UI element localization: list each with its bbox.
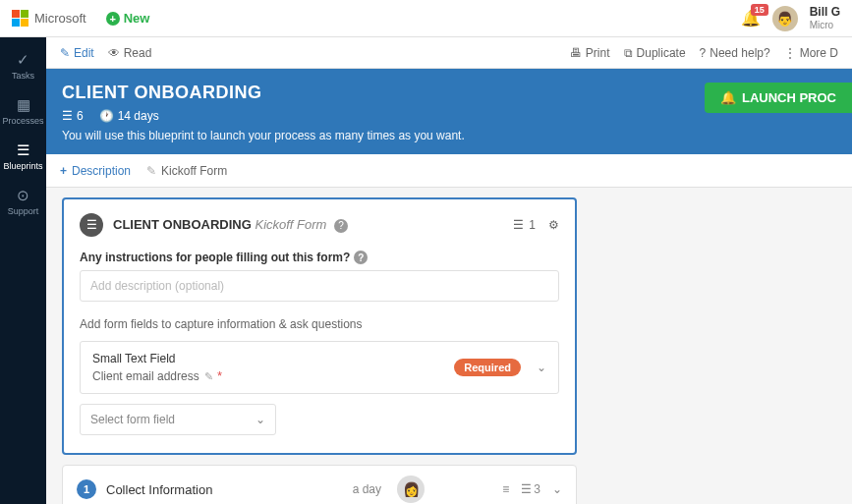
kickoff-form-card: ☰ CLIENT ONBOARDING Kickoff Form ? ☰ 1 ⚙: [62, 197, 577, 455]
new-label: New: [124, 11, 150, 26]
help-icon[interactable]: ?: [334, 219, 348, 233]
duration: 🕐 14 days: [99, 109, 159, 123]
edit-button[interactable]: ✎ Edit: [60, 46, 94, 60]
pencil-icon: ✎: [146, 164, 156, 178]
step-number: 1: [77, 479, 96, 499]
list-icon: ☰: [521, 482, 532, 496]
microsoft-icon: [12, 10, 28, 27]
clock-icon: 🕐: [99, 109, 114, 123]
select-form-field[interactable]: Select form field ⌄: [80, 404, 276, 435]
list-icon: ☰: [62, 109, 73, 123]
settings-icon[interactable]: ⚙: [548, 218, 559, 232]
tab-description[interactable]: + Description: [60, 156, 131, 186]
action-bar: ✎ Edit 👁 Read 🖶 Print ⧉ Duplicate: [46, 37, 852, 69]
top-bar: Microsoft + New 🔔 15 👨 Bill G Micro: [0, 0, 852, 37]
fields-section-label: Add form fields to capture information &…: [80, 317, 559, 331]
sidebar-item-blueprints[interactable]: ☰ Blueprints: [0, 134, 46, 179]
tabs-bar: + Description ✎ Kickoff Form: [46, 154, 852, 188]
chevron-down-icon[interactable]: ⌄: [537, 361, 546, 374]
user-info[interactable]: Bill G Micro: [810, 6, 840, 29]
required-star: *: [217, 368, 222, 383]
help-button[interactable]: ? Need help?: [700, 46, 770, 60]
required-badge: Required: [454, 359, 521, 376]
grid-icon: ▦: [17, 96, 30, 114]
sidebar-label: Blueprints: [3, 161, 42, 171]
sidebar-label: Processes: [2, 116, 43, 126]
list-icon: ☰: [17, 141, 29, 159]
notification-badge: 15: [751, 4, 768, 16]
user-org: Micro: [810, 20, 840, 30]
tab-kickoff[interactable]: ✎ Kickoff Form: [146, 156, 227, 186]
user-avatar[interactable]: 👨: [772, 6, 798, 31]
chevron-down-icon: ⌄: [256, 413, 265, 426]
sidebar-item-support[interactable]: ⊙ Support: [0, 179, 46, 224]
instructions-label: Any instructions for people filling out …: [80, 251, 559, 264]
pencil-icon[interactable]: ✎: [204, 370, 213, 382]
form-field-item[interactable]: Small Text Field Client email address ✎ …: [80, 341, 559, 394]
list-count: ☰ 3: [521, 482, 540, 496]
print-icon: 🖶: [570, 46, 582, 60]
support-icon: ⊙: [17, 187, 29, 204]
content-scroll: ☰ CLIENT ONBOARDING Kickoff Form ? ☰ 1 ⚙: [46, 188, 852, 504]
print-button[interactable]: 🖶 Print: [570, 46, 610, 60]
align-icon[interactable]: ≡: [502, 482, 509, 496]
launch-button[interactable]: 🔔 LAUNCH PROC: [705, 83, 852, 113]
chevron-down-icon[interactable]: ⌄: [552, 482, 562, 496]
blueprint-header: CLIENT ONBOARDING ☰ 6 🕐 14 days You will…: [46, 69, 852, 154]
list-icon: ☰: [513, 218, 524, 232]
notification-bell[interactable]: 🔔 15: [741, 9, 761, 28]
help-icon[interactable]: ?: [354, 251, 368, 264]
help-icon: ?: [700, 46, 707, 60]
sidebar-item-processes[interactable]: ▦ Processes: [0, 88, 46, 134]
plus-icon: +: [60, 164, 67, 178]
field-type: Small Text Field: [92, 352, 222, 365]
copy-icon: ⧉: [624, 46, 633, 60]
description-input[interactable]: [80, 270, 559, 302]
brand-logo[interactable]: Microsoft: [12, 10, 86, 27]
sidebar: ✓ Tasks ▦ Processes ☰ Blueprints ⊙ Suppo…: [0, 37, 46, 504]
field-count: ☰ 1 ⚙: [513, 218, 559, 232]
user-name: Bill G: [810, 6, 840, 19]
sidebar-label: Support: [8, 206, 39, 216]
kickoff-title: CLIENT ONBOARDING: [113, 217, 252, 232]
rocket-icon: 🔔: [720, 90, 736, 105]
new-button[interactable]: + New: [106, 11, 150, 26]
field-name: Client email address: [92, 369, 199, 383]
sidebar-label: Tasks: [12, 71, 34, 81]
sidebar-item-tasks[interactable]: ✓ Tasks: [0, 43, 46, 88]
check-icon: ✓: [17, 51, 29, 69]
eye-icon: 👁: [108, 46, 120, 60]
blueprint-description: You will use this blueprint to launch yo…: [62, 129, 836, 142]
pencil-icon: ✎: [60, 46, 70, 60]
plus-icon: +: [106, 12, 120, 26]
dots-icon: ⋮: [784, 46, 796, 60]
step-due: a day: [332, 482, 381, 496]
more-button[interactable]: ⋮ More D: [784, 46, 838, 60]
step-item[interactable]: 1 Collect Information a day 👩 ≡ ☰ 3 ⌄: [62, 465, 577, 504]
steps-count: ☰ 6: [62, 109, 84, 123]
read-button[interactable]: 👁 Read: [108, 46, 152, 60]
kickoff-subtitle: Kickoff Form: [255, 217, 326, 232]
step-title: Collect Information: [106, 482, 212, 497]
form-icon: ☰: [80, 213, 103, 237]
brand-text: Microsoft: [34, 11, 86, 26]
assignee-avatar[interactable]: 👩: [397, 476, 425, 503]
duplicate-button[interactable]: ⧉ Duplicate: [624, 46, 686, 60]
